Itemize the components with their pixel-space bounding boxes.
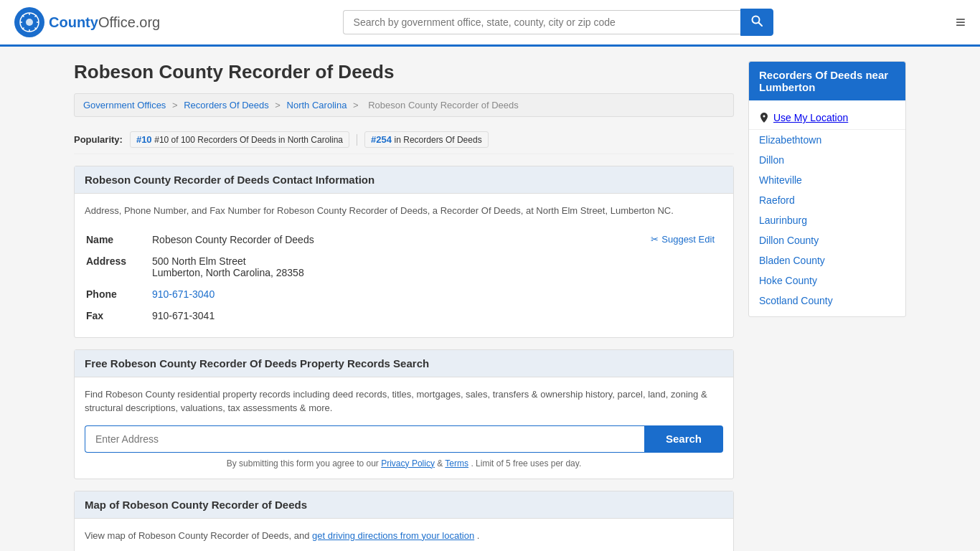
page-title: Robeson County Recorder of Deeds <box>74 61 734 83</box>
svg-point-1 <box>26 19 33 26</box>
popularity-divider <box>357 134 357 146</box>
sidebar-link-hoke-county[interactable]: Hoke County <box>759 275 817 286</box>
sidebar-item-hoke-county: Hoke County <box>749 270 905 291</box>
breadcrumb-link-nc[interactable]: North Carolina <box>287 100 347 110</box>
sidebar-link-raeford[interactable]: Raeford <box>759 194 795 206</box>
sidebar-box: Recorders Of Deeds near Lumberton Use My… <box>748 61 906 317</box>
driving-directions-link[interactable]: get driving directions from your locatio… <box>312 530 474 541</box>
use-my-location-button[interactable]: Use My Location <box>749 106 905 130</box>
popularity-bar: Popularity: #10 #10 of 100 Recorders Of … <box>74 126 734 154</box>
suggest-edit-icon: ✂ <box>651 234 659 245</box>
suggest-edit-link[interactable]: ✂ Suggest Edit <box>651 234 715 245</box>
sidebar-link-elizabethtown[interactable]: Elizabethtown <box>759 134 821 146</box>
address-search-row: Search <box>85 425 723 453</box>
popularity-label: Popularity: <box>74 134 123 145</box>
logo-icon <box>14 7 44 37</box>
map-section-header: Map of Robeson County Recorder of Deeds <box>75 491 733 519</box>
sidebar-item-raeford: Raeford <box>749 190 905 210</box>
name-label: Name <box>86 230 151 250</box>
phone-value: 910-671-3040 <box>152 284 722 304</box>
phone-link[interactable]: 910-671-3040 <box>152 288 215 300</box>
breadcrumb-sep-3: > <box>353 100 361 110</box>
contact-description: Address, Phone Number, and Fax Number fo… <box>85 204 723 218</box>
content-area: Robeson County Recorder of Deeds Governm… <box>74 61 734 551</box>
svg-line-11 <box>758 23 762 27</box>
sidebar-link-bladen-county[interactable]: Bladen County <box>759 255 825 266</box>
sidebar-link-scotland-county[interactable]: Scotland County <box>759 295 833 306</box>
property-search-description: Find Robeson County residential property… <box>85 387 723 415</box>
sidebar-list: Use My Location Elizabethtown Dillon Whi… <box>749 100 905 316</box>
location-pin-icon <box>759 113 769 123</box>
table-row-name: Name Robeson County Recorder of Deeds ✂ … <box>86 230 722 250</box>
breadcrumb-current: Robeson County Recorder of Deeds <box>368 100 519 110</box>
popularity-badge-2: #254 in Recorders Of Deeds <box>364 131 489 148</box>
fax-label: Fax <box>86 306 151 326</box>
contact-section-body: Address, Phone Number, and Fax Number fo… <box>75 194 733 337</box>
use-my-location-link[interactable]: Use My Location <box>773 112 848 123</box>
phone-label: Phone <box>86 284 151 304</box>
property-search-header: Free Robeson County Recorder Of Deeds Pr… <box>75 350 733 377</box>
table-row-fax: Fax 910-671-3041 <box>86 306 722 326</box>
popularity-badge-1: #10 #10 of 100 Recorders Of Deeds in Nor… <box>130 131 349 148</box>
privacy-policy-link[interactable]: Privacy Policy <box>381 458 435 468</box>
name-value: Robeson County Recorder of Deeds ✂ Sugge… <box>152 230 722 250</box>
breadcrumb: Government Offices > Recorders Of Deeds … <box>74 93 734 117</box>
contact-table: Name Robeson County Recorder of Deeds ✂ … <box>85 228 723 327</box>
form-disclaimer: By submitting this form you agree to our… <box>85 458 723 468</box>
breadcrumb-sep-2: > <box>275 100 283 110</box>
sidebar-item-dillon: Dillon <box>749 150 905 170</box>
terms-link[interactable]: Terms <box>445 458 468 468</box>
table-row-phone: Phone 910-671-3040 <box>86 284 722 304</box>
logo-area: CountyOffice.org <box>14 7 160 37</box>
sidebar-item-whiteville: Whiteville <box>749 170 905 190</box>
map-section-body: View map of Robeson County Recorder of D… <box>75 519 733 552</box>
header-search-button[interactable] <box>740 9 773 36</box>
sidebar-item-bladen-county: Bladen County <box>749 250 905 270</box>
sidebar: Recorders Of Deeds near Lumberton Use My… <box>748 61 906 551</box>
breadcrumb-link-recorders[interactable]: Recorders Of Deeds <box>184 100 269 110</box>
address-value: 500 North Elm Street Lumberton, North Ca… <box>152 251 722 283</box>
sidebar-link-laurinburg[interactable]: Laurinburg <box>759 215 807 226</box>
breadcrumb-link-govt[interactable]: Government Offices <box>83 100 166 110</box>
header-search-area <box>343 9 773 36</box>
sidebar-item-laurinburg: Laurinburg <box>749 210 905 230</box>
sidebar-link-dillon-county[interactable]: Dillon County <box>759 235 819 246</box>
sidebar-title: Recorders Of Deeds near Lumberton <box>749 62 905 100</box>
sidebar-link-whiteville[interactable]: Whiteville <box>759 174 802 186</box>
address-input[interactable] <box>85 425 644 453</box>
logo-text: CountyOffice.org <box>49 14 160 31</box>
sidebar-item-elizabethtown: Elizabethtown <box>749 130 905 150</box>
table-row-address: Address 500 North Elm Street Lumberton, … <box>86 251 722 283</box>
sidebar-item-scotland-county: Scotland County <box>749 291 905 311</box>
map-section: Map of Robeson County Recorder of Deeds … <box>74 491 734 552</box>
property-search-body: Find Robeson County residential property… <box>75 377 733 479</box>
map-description: View map of Robeson County Recorder of D… <box>85 529 723 543</box>
breadcrumb-sep-1: > <box>172 100 180 110</box>
search-button[interactable]: Search <box>644 425 723 453</box>
fax-value: 910-671-3041 <box>152 306 722 326</box>
sidebar-link-dillon[interactable]: Dillon <box>759 154 784 166</box>
menu-hamburger-button[interactable]: ≡ <box>956 12 966 32</box>
address-label: Address <box>86 251 151 283</box>
sidebar-item-dillon-county: Dillon County <box>749 230 905 250</box>
header-search-input[interactable] <box>343 10 740 34</box>
contact-section-header: Robeson County Recorder of Deeds Contact… <box>75 166 733 194</box>
property-search-section: Free Robeson County Recorder Of Deeds Pr… <box>74 349 734 479</box>
main-container: Robeson County Recorder of Deeds Governm… <box>60 61 920 551</box>
contact-section: Robeson County Recorder of Deeds Contact… <box>74 166 734 338</box>
site-header: CountyOffice.org ≡ <box>0 0 980 47</box>
